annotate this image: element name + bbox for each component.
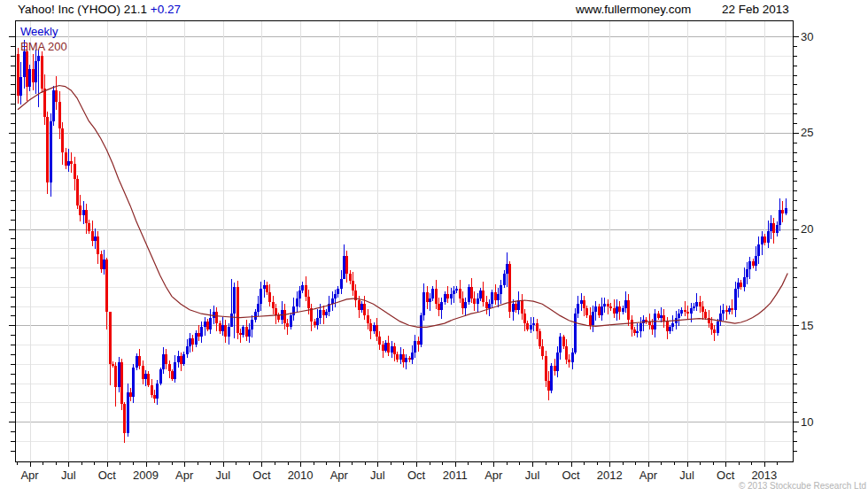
y-axis-label: 15 bbox=[801, 319, 813, 332]
candle-body bbox=[678, 314, 680, 317]
candle-body bbox=[781, 210, 784, 213]
candle-body bbox=[109, 312, 112, 364]
candle-body bbox=[539, 331, 541, 346]
candle-body bbox=[245, 327, 248, 337]
candle-body bbox=[631, 320, 633, 329]
candle-body bbox=[58, 102, 61, 128]
candle-body bbox=[636, 331, 639, 333]
candle-body bbox=[580, 300, 583, 304]
x-axis-label: 2013 bbox=[751, 469, 777, 482]
candle-body bbox=[767, 231, 770, 243]
y-axis-label: 30 bbox=[801, 30, 813, 43]
candle-body bbox=[195, 333, 198, 345]
candle-body bbox=[461, 298, 464, 308]
candle-body bbox=[708, 318, 710, 324]
candle-body bbox=[191, 338, 194, 345]
candle-body bbox=[263, 285, 266, 289]
x-axis-label: Apr bbox=[484, 469, 503, 482]
candle-body bbox=[506, 264, 508, 274]
candle-body bbox=[100, 254, 103, 269]
candle-body bbox=[663, 315, 665, 322]
candle-body bbox=[435, 289, 438, 304]
candle-body bbox=[91, 231, 94, 241]
candle-body bbox=[41, 56, 43, 89]
candle-body bbox=[26, 51, 28, 86]
candle-body bbox=[508, 264, 511, 312]
candle-body bbox=[743, 277, 746, 287]
x-axis-label: Oct bbox=[717, 469, 735, 482]
candle-body bbox=[550, 366, 553, 391]
candle-body bbox=[382, 345, 384, 351]
candle-body bbox=[358, 300, 360, 310]
candle-body bbox=[272, 302, 275, 308]
candle-body bbox=[334, 294, 337, 298]
candle-body bbox=[393, 346, 396, 354]
candle-body bbox=[761, 236, 763, 244]
candle-body bbox=[785, 208, 787, 214]
candle-body bbox=[497, 294, 500, 300]
candle-body bbox=[695, 302, 698, 306]
candle-body bbox=[609, 306, 612, 308]
candle-body bbox=[748, 261, 751, 269]
candle-body bbox=[343, 256, 345, 279]
page-title: Yahoo! Inc (YHOO) 21.1 +0.27 bbox=[18, 3, 181, 16]
candle-body bbox=[378, 337, 381, 345]
candle-body bbox=[127, 392, 129, 433]
candle-body bbox=[387, 343, 390, 353]
x-axis-label: 2010 bbox=[288, 469, 314, 482]
candle-body bbox=[554, 366, 556, 372]
candle-body bbox=[65, 152, 67, 166]
candle-body bbox=[239, 333, 242, 335]
candle-body bbox=[82, 210, 85, 216]
candle-body bbox=[526, 323, 529, 329]
candle-body bbox=[165, 354, 167, 364]
candle-body bbox=[468, 287, 470, 302]
x-axis-label: Jul bbox=[370, 469, 385, 482]
candle-body bbox=[254, 312, 257, 320]
candle-body bbox=[515, 304, 517, 310]
candle-body bbox=[684, 310, 686, 312]
candle-body bbox=[669, 327, 671, 330]
candle-body bbox=[97, 236, 99, 254]
candle-body bbox=[129, 392, 132, 396]
candle-body bbox=[713, 329, 716, 333]
candle-body bbox=[360, 304, 363, 310]
candle-body bbox=[772, 223, 775, 233]
candle-body bbox=[112, 364, 114, 366]
candle-body bbox=[242, 327, 244, 335]
candle-body bbox=[248, 329, 251, 337]
candle-body bbox=[477, 298, 479, 305]
candle-body bbox=[123, 404, 126, 433]
candle-body bbox=[592, 312, 594, 325]
candle-body bbox=[268, 292, 271, 302]
candle-body bbox=[174, 362, 176, 380]
candle-body bbox=[536, 323, 539, 331]
candle-body bbox=[622, 308, 624, 312]
candle-body bbox=[699, 302, 701, 306]
candle-body bbox=[37, 56, 40, 62]
candle-body bbox=[307, 297, 310, 308]
candle-body bbox=[319, 310, 322, 318]
candle-body bbox=[704, 312, 707, 318]
candle-body bbox=[660, 315, 663, 317]
x-axis-label: Oct bbox=[562, 469, 581, 482]
candle-body bbox=[740, 283, 742, 286]
x-axis-label: Apr bbox=[330, 469, 349, 482]
candle-body bbox=[138, 356, 141, 366]
candle-body bbox=[453, 291, 455, 294]
candle-body bbox=[70, 161, 73, 163]
candle-body bbox=[763, 236, 766, 243]
candle-body bbox=[693, 306, 695, 308]
candle-body bbox=[35, 61, 37, 82]
candle-body bbox=[523, 314, 526, 323]
candle-body bbox=[479, 291, 482, 298]
candle-body bbox=[189, 338, 191, 346]
chart-date: 22 Feb 2013 bbox=[722, 3, 789, 16]
candle-body bbox=[209, 318, 212, 329]
candle-body bbox=[639, 323, 642, 331]
candle-body bbox=[88, 223, 90, 231]
candle-body bbox=[147, 374, 150, 385]
candle-body bbox=[144, 374, 147, 380]
candle-body bbox=[562, 337, 565, 346]
candle-body bbox=[532, 323, 535, 325]
